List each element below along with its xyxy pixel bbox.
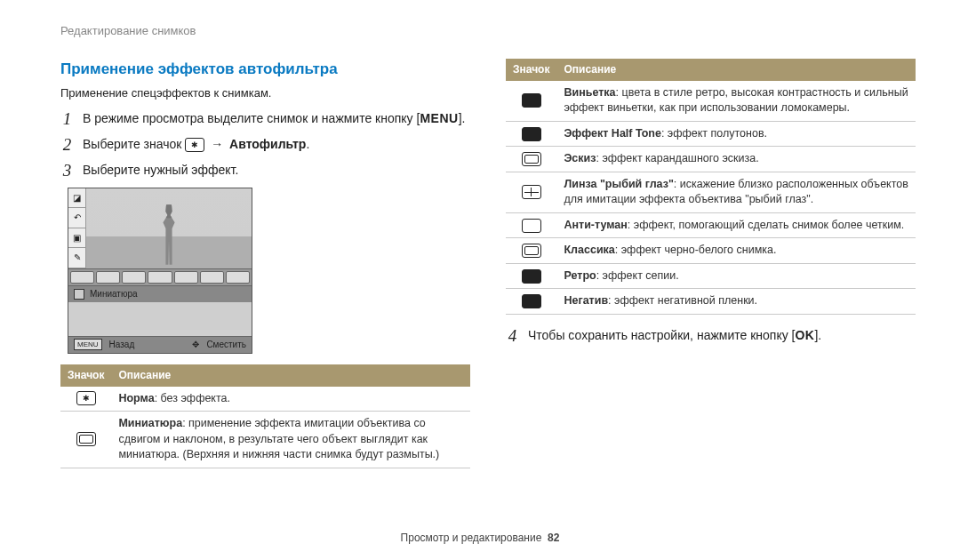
arrow-icon: → — [211, 137, 223, 151]
left-column: Применение эффектов автофильтра Применен… — [60, 59, 470, 468]
th-icon: Значок — [506, 59, 556, 81]
defog-icon — [522, 219, 541, 233]
undo-icon: ↶ — [68, 208, 85, 228]
miniature-icon — [76, 432, 96, 446]
selected-effect-icon — [74, 289, 84, 300]
table-row: Классика: эффект черно-белого снимка. — [506, 238, 916, 264]
step-number: 4 — [506, 327, 519, 346]
step-1: 1 В режиме просмотра выделите снимок и н… — [60, 110, 470, 129]
halftone-icon — [522, 127, 541, 141]
th-icon: Значок — [60, 364, 111, 387]
step-2-bold: Автофильтр — [229, 137, 306, 151]
table-row: Миниатюра: применение эффекта имитации о… — [60, 412, 470, 468]
step-number: 3 — [60, 162, 74, 180]
person-silhouette-icon — [156, 204, 182, 265]
table-row: Негатив: эффект негативной пленки. — [506, 289, 916, 315]
right-column: Значок Описание Виньетка: цвета в стиле … — [506, 59, 916, 468]
fisheye-icon — [522, 185, 541, 199]
footer-page-number: 82 — [548, 532, 559, 544]
edit-icon: ✎ — [68, 248, 85, 268]
footer-label: Просмотр и редактирование — [401, 532, 542, 544]
step-1-text-a: В режиме просмотра выделите снимок и наж… — [83, 111, 420, 125]
retro-icon — [522, 269, 541, 284]
step-2: 2 Выберите значок → Автофильтр. — [60, 136, 470, 155]
table-row: Линза "рыбий глаз": искажение близко рас… — [506, 172, 916, 212]
subtitle: Применение спецэффектов к снимкам. — [60, 85, 470, 101]
page-footer: Просмотр и редактирование 82 — [0, 531, 960, 546]
section-title: Применение эффектов автофильтра — [60, 59, 470, 80]
menu-button-label: MENU — [74, 339, 102, 350]
selected-effect-label: Миниатюра — [90, 288, 138, 300]
dpad-icon: ✥ — [192, 339, 199, 351]
menu-key-label: MENU — [420, 111, 458, 125]
table-row: Эффект Half Tone: эффект полутонов. — [506, 121, 916, 147]
step-number: 1 — [60, 110, 74, 129]
step-2-text-a: Выберите значок — [83, 137, 185, 151]
icon-table-left: Значок Описание Норма: без эффекта. Мини… — [60, 364, 470, 468]
step-4: 4 Чтобы сохранить настройки, нажмите кно… — [506, 327, 916, 346]
step-4-text-b: ]. — [814, 328, 821, 342]
step-1-text-b: ]. — [459, 111, 466, 125]
filter-icon — [185, 138, 204, 152]
negative-icon — [522, 294, 541, 308]
step-4-text-a: Чтобы сохранить настройки, нажмите кнопк… — [528, 328, 795, 342]
back-label: Назад — [109, 339, 135, 351]
step-number: 2 — [60, 136, 74, 155]
sketch-icon — [522, 152, 541, 166]
camera-screenshot: ◪ ↶ ▣ ✎ Миниатюра MENU Наза — [68, 188, 252, 354]
table-row: Виньетка: цвета в стиле ретро, высокая к… — [506, 81, 916, 122]
effect-filmstrip — [68, 268, 252, 285]
adjust-icon: ◪ — [68, 188, 85, 209]
breadcrumb: Редактирование снимков — [60, 23, 916, 39]
norma-icon — [76, 391, 96, 405]
move-label: Сместить — [206, 339, 246, 351]
table-row: Анти-туман: эффект, помогающий сделать с… — [506, 212, 916, 238]
step-3-text: Выберите нужный эффект. — [83, 162, 470, 180]
ok-key-label: OK — [795, 328, 814, 342]
step-2-text-b: . — [306, 137, 309, 151]
step-3: 3 Выберите нужный эффект. — [60, 162, 470, 180]
th-desc: Описание — [556, 59, 916, 81]
vignette-icon — [522, 93, 541, 108]
classic-icon — [522, 244, 541, 258]
icon-table-right: Значок Описание Виньетка: цвета в стиле … — [506, 59, 916, 315]
table-row: Норма: без эффекта. — [60, 387, 470, 412]
crop-icon: ▣ — [68, 228, 85, 249]
table-row: Ретро: эффект сепии. — [506, 263, 916, 289]
th-desc: Описание — [111, 364, 470, 387]
table-row: Эскиз: эффект карандашного эскиза. — [506, 147, 916, 172]
